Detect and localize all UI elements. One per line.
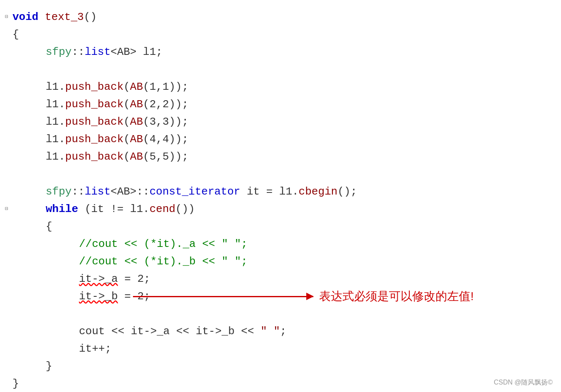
method-push-back-3: push_back — [65, 113, 123, 131]
semicolon-cout: ; — [280, 323, 287, 340]
it-a-out: it->_a — [131, 323, 170, 340]
fold-icon-while[interactable]: ⊟ — [5, 200, 8, 218]
code-line-empty-3 — [12, 305, 561, 323]
var-l1-7: l1. — [279, 183, 299, 200]
keyword-void: void — [12, 8, 38, 26]
assign-a: = 2; — [118, 270, 150, 288]
var-l1-6: l1. — [46, 148, 65, 165]
code-line-empty-1 — [12, 61, 561, 78]
arrow-shaft — [133, 296, 313, 297]
out-op-1: << — [105, 323, 130, 340]
var-it-4: it->_b — [79, 290, 118, 303]
code-line-3: sfpy::list<AB> l1; — [12, 43, 561, 61]
code-line-7: l1.push_back(AB(3,3)); — [12, 113, 561, 131]
ab-ctor-2: AB — [130, 96, 143, 113]
method-push-back-4: push_back — [65, 131, 123, 148]
fold-icon-1[interactable]: ⊟ — [5, 8, 8, 26]
space — [38, 8, 45, 26]
function-name: text_3 — [45, 8, 84, 26]
comment-2: //cout << (*it)._b << " "; — [79, 253, 248, 270]
space-2 — [136, 43, 143, 61]
call-4: ( — [123, 131, 130, 148]
close-brace-while: } — [46, 357, 52, 375]
call-3: ( — [123, 113, 130, 131]
call-1: ( — [123, 78, 130, 96]
code-line-6: l1.push_back(AB(2,2)); — [12, 96, 561, 113]
code-line-17: it->_b = 2; 表达式必须是可以修改的左值! — [12, 288, 561, 305]
ab-ctor-4: AB — [130, 131, 143, 148]
code-line-12: ⊟ while (it != l1.cend()) — [12, 200, 561, 218]
it-b-out: it->_b — [196, 323, 235, 340]
double-colon-1: :: — [71, 43, 84, 61]
var-it-3: it->_a — [79, 273, 118, 285]
it-pp: it++; — [79, 340, 111, 357]
namespace-sfpy-2: sfpy — [46, 183, 71, 200]
code-line-13: { — [12, 218, 561, 235]
var-it-2: it — [91, 200, 104, 218]
annotation-text: 表达式必须是可以修改的左值! — [319, 288, 474, 305]
it-arrow-a: it->_a — [79, 270, 118, 288]
str-space: " " — [261, 323, 280, 340]
assign-1: = — [260, 183, 279, 200]
open-brace-while: { — [46, 218, 52, 235]
arrow-head — [306, 293, 314, 300]
call-2: ( — [123, 96, 130, 113]
code-line-1: ⊟ void text_3 () — [12, 8, 561, 26]
ab-ctor-1: AB — [130, 78, 143, 96]
args-2: (2,2)); — [143, 96, 188, 113]
method-cbegin: cbegin — [299, 183, 338, 200]
open-brace-main: { — [12, 26, 19, 43]
space-while — [78, 200, 85, 218]
dc-3: :: — [136, 183, 149, 200]
code-line-22: } — [12, 375, 561, 392]
code-line-empty-2 — [12, 165, 561, 183]
code-line-19: cout << it->_a << it->_b << " "; — [12, 323, 561, 340]
code-line-21: } — [12, 357, 561, 375]
while-paren-close: ()) — [175, 200, 195, 218]
call-cbegin: (); — [337, 183, 357, 200]
type-list-2: list — [85, 183, 111, 200]
watermark: CSDN @随风飘扬© — [494, 378, 553, 387]
method-push-back-1: push_back — [65, 78, 123, 96]
keyword-while: while — [46, 200, 78, 218]
code-line-15: //cout << (*it)._b << " "; — [12, 253, 561, 270]
args-4: (4,4)); — [143, 131, 188, 148]
code-line-14: //cout << (*it)._a << " "; — [12, 235, 561, 253]
code-line-11: sfpy::list<AB>::const_iterator it = l1.c… — [12, 183, 561, 200]
type-const-iter: const_iterator — [150, 183, 240, 200]
code-container: ⊟ void text_3 () { sfpy::list<AB> l1; l1… — [0, 0, 561, 392]
space-it — [240, 183, 247, 200]
method-push-back-5: push_back — [65, 148, 123, 165]
namespace-sfpy: sfpy — [46, 43, 71, 61]
code-line-16: it->_a = 2; — [12, 270, 561, 288]
var-l1-4: l1. — [46, 113, 65, 131]
dc-2: :: — [71, 183, 84, 200]
parens: () — [84, 8, 97, 26]
code-line-20: it++; — [12, 340, 561, 357]
while-paren-open: ( — [85, 200, 91, 218]
args-1: (1,1)); — [143, 78, 188, 96]
code-line-9: l1.push_back(AB(5,5)); — [12, 148, 561, 165]
tmpl-2: <AB> — [111, 183, 136, 200]
call-5: ( — [123, 148, 130, 165]
close-brace-main: } — [12, 375, 19, 392]
neq: != — [104, 200, 130, 218]
arrow-annotation: 表达式必须是可以修改的左值! — [133, 288, 474, 305]
type-list: list — [85, 43, 111, 61]
comment-1: //cout << (*it)._a << " "; — [79, 235, 248, 253]
code-line-2: { — [12, 26, 561, 43]
code-line-5: l1.push_back(AB(1,1)); — [12, 78, 561, 96]
ab-ctor-5: AB — [130, 148, 143, 165]
var-l1-2: l1. — [46, 78, 65, 96]
var-l1: l1; — [143, 43, 162, 61]
args-3: (3,3)); — [143, 113, 188, 131]
template-params-1: <AB> — [111, 43, 136, 61]
cout-1: cout — [79, 323, 105, 340]
var-l1-3: l1. — [46, 96, 65, 113]
args-5: (5,5)); — [143, 148, 188, 165]
code-lines: ⊟ void text_3 () { sfpy::list<AB> l1; l1… — [0, 8, 561, 392]
method-push-back-2: push_back — [65, 96, 123, 113]
it-arrow-b: it->_b — [79, 288, 118, 305]
var-l1-8: l1. — [130, 200, 150, 218]
method-cend: cend — [150, 200, 175, 218]
